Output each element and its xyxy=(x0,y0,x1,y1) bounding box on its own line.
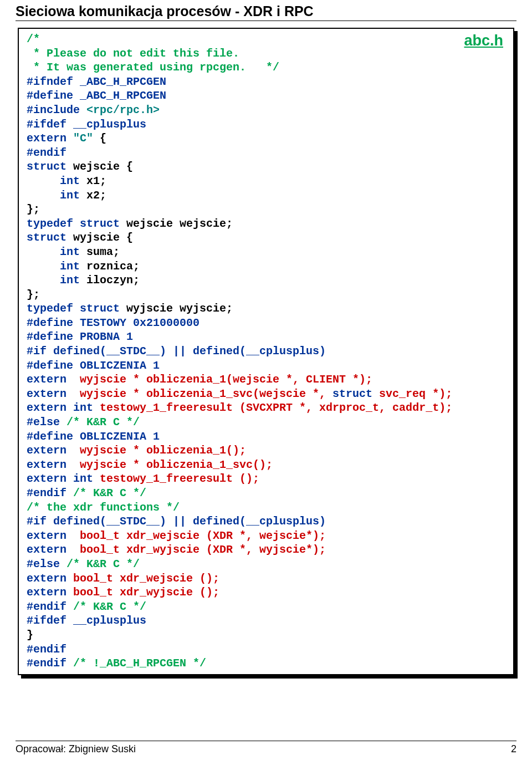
code-token: wyjscie wyjscie; xyxy=(120,302,233,315)
code-token: wejscie wejscie; xyxy=(120,217,233,230)
code-line: #if defined(__STDC__) || defined(__cplus… xyxy=(27,515,326,528)
footer-author: Opracował: Zbigniew Suski xyxy=(16,743,136,755)
code-token: bool_t xdr_wejscie (XDR *, wejscie*); xyxy=(73,529,326,542)
code-token: #endif xyxy=(27,657,73,670)
code-token: wejscie { xyxy=(66,160,133,173)
code-token: extern xyxy=(27,387,73,400)
code-token: bool_t xdr_wyjscie (); xyxy=(66,586,219,599)
code-token: svc_req *); xyxy=(372,387,452,400)
code-token: extern xyxy=(27,543,73,556)
code-token: extern xyxy=(27,458,73,471)
code-line: #ifdef __cplusplus xyxy=(27,614,146,627)
code-token: /* K&R C */ xyxy=(66,558,140,570)
code-line: /* the xdr functions */ xyxy=(27,501,180,514)
code-token: struct xyxy=(27,160,66,173)
code-line: }; xyxy=(27,288,40,301)
code-token: #include xyxy=(27,104,86,116)
code-token: x1; xyxy=(80,175,106,187)
code-token: extern xyxy=(27,444,73,457)
code-token: int xyxy=(27,246,80,258)
code-line: #define PROBNA 1 xyxy=(27,330,133,343)
code-token: int xyxy=(27,260,80,273)
code-token: int xyxy=(27,274,80,287)
code-token: bool_t xdr_wejscie (); xyxy=(66,572,219,585)
code-line: /* xyxy=(27,33,40,45)
code-token: #endif xyxy=(27,600,73,613)
footer-page-number: 2 xyxy=(511,743,516,755)
code-token: wyjscie * obliczenia_1(); xyxy=(73,444,246,457)
code-token: /* !_ABC_H_RPCGEN */ xyxy=(73,657,206,670)
code-listing: /* * Please do not edit this file. * It … xyxy=(27,32,505,671)
code-line: #if defined(__STDC__) || defined(__cplus… xyxy=(27,345,326,358)
code-line: #define TESTOWY 0x21000000 xyxy=(27,317,200,329)
code-line: #ifndef _ABC_H_RPCGEN xyxy=(27,75,166,88)
code-token: struct xyxy=(332,387,372,400)
code-token: testowy_1_freeresult (); xyxy=(93,472,259,485)
code-token: iloczyn; xyxy=(80,274,140,287)
code-line: #ifdef __cplusplus xyxy=(27,118,146,131)
code-token: /* K&R C */ xyxy=(73,487,146,499)
code-token: wyjscie * obliczenia_1_svc(); xyxy=(73,458,273,471)
code-line: #define OBLICZENIA 1 xyxy=(27,430,160,443)
code-line: #define _ABC_H_RPCGEN xyxy=(27,89,166,102)
code-token: int xyxy=(27,175,80,187)
code-token: #endif xyxy=(27,487,73,499)
page-title: Sieciowa komunikacja procesów - XDR i RP… xyxy=(16,0,516,21)
code-token: typedef struct xyxy=(27,302,120,315)
code-token: extern xyxy=(27,586,66,599)
code-token: <rpc/rpc.h> xyxy=(86,104,160,116)
code-token: /* K&R C */ xyxy=(73,600,146,613)
code-token: #else xyxy=(27,416,66,429)
code-line: #define OBLICZENIA 1 xyxy=(27,359,160,372)
code-token: struct xyxy=(27,231,66,244)
footer: Opracował: Zbigniew Suski 2 xyxy=(16,741,516,755)
code-token: wyjscie * obliczenia_1(wejscie *, CLIENT… xyxy=(73,373,372,386)
code-token: /* K&R C */ xyxy=(66,416,140,429)
code-token: roznica; xyxy=(80,260,140,273)
footer-line: Opracował: Zbigniew Suski 2 xyxy=(16,741,516,755)
code-token: extern xyxy=(27,572,66,585)
code-token: extern xyxy=(27,529,73,542)
file-name-label: abc.h xyxy=(464,32,503,49)
code-token: wyjscie { xyxy=(66,231,133,244)
code-line: }; xyxy=(27,203,40,216)
code-token: int xyxy=(27,189,80,202)
code-token: extern xyxy=(27,132,73,145)
code-line: } xyxy=(27,629,33,641)
code-box: abc.h /* * Please do not edit this file.… xyxy=(18,28,514,675)
code-token: extern xyxy=(27,373,73,386)
code-token: #else xyxy=(27,558,66,570)
page: Sieciowa komunikacja procesów - XDR i RP… xyxy=(0,0,532,765)
code-token: wyjscie * obliczenia_1_svc(wejscie *, xyxy=(73,387,332,400)
code-token: suma; xyxy=(80,246,120,258)
code-token: extern int xyxy=(27,472,93,485)
code-box-inner: abc.h /* * Please do not edit this file.… xyxy=(18,28,514,675)
code-line: * It was generated using rpcgen. */ xyxy=(27,61,279,74)
code-token: bool_t xdr_wyjscie (XDR *, wyjscie*); xyxy=(73,543,326,556)
code-token: extern int xyxy=(27,401,93,414)
code-line: #endif xyxy=(27,146,66,159)
code-token: x2; xyxy=(80,189,106,202)
code-line: * Please do not edit this file. xyxy=(27,47,239,60)
code-token: testowy_1_freeresult (SVCXPRT *, xdrproc… xyxy=(93,401,452,414)
code-token: "C" xyxy=(73,132,93,145)
code-token: typedef struct xyxy=(27,217,120,230)
code-line: #endif xyxy=(27,643,66,656)
code-token: { xyxy=(93,132,106,145)
